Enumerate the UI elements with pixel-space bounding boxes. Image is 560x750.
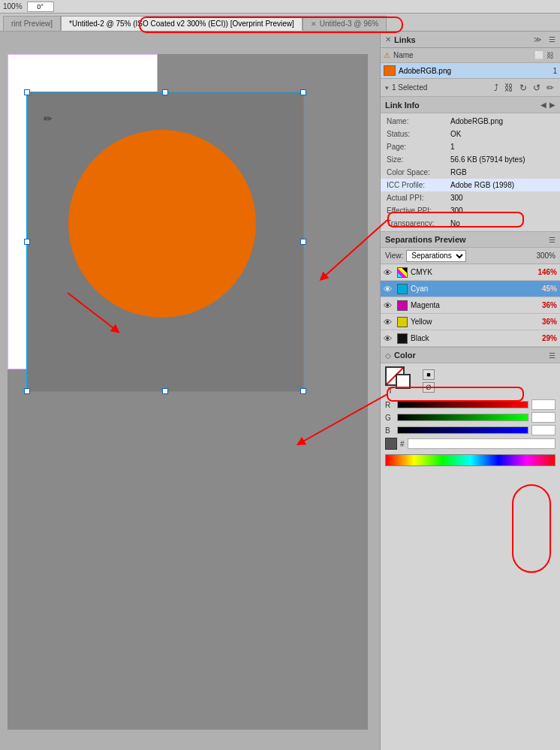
channel-label-r: R: [385, 401, 394, 409]
links-row-adobergb[interactable]: AdobeRGB.png 1: [381, 63, 560, 79]
hex-swatch[interactable]: [385, 438, 397, 450]
sep-swatch-black: [397, 333, 408, 344]
handle-bm[interactable]: [162, 388, 168, 394]
sep-swatch-yellow: [397, 317, 408, 327]
sep-pct-cmyk: 146%: [533, 268, 557, 276]
info-value-status: OK: [450, 128, 461, 140]
sep-pct-yellow: 36%: [533, 318, 557, 326]
sep-row-yellow[interactable]: 👁 Yellow 36%: [381, 314, 560, 330]
sep-row-cmyk[interactable]: 👁 CMYK 146%: [381, 264, 560, 281]
info-label-colorspace: Color Space:: [387, 167, 450, 178]
info-value-iccprofile: Adobe RGB (1998): [450, 179, 514, 191]
info-label-page: Page:: [387, 141, 450, 152]
info-row-size: Size: 56.6 KB (57914 bytes): [381, 153, 560, 166]
channel-row-g: G: [385, 412, 555, 423]
tab-overprint-preview[interactable]: rint Preview]: [3, 16, 61, 31]
links-col-name[interactable]: Name: [393, 51, 534, 59]
link-info-title: Link Info: [385, 101, 420, 110]
tab-untitled2[interactable]: *Untitled-2 @ 75% (ISO Coated v2 300% (E…: [61, 16, 303, 31]
links-toolbar-buttons: ⤴ ⛓ ↻ ↺ ✏: [492, 82, 555, 94]
info-label-name: Name:: [387, 116, 450, 127]
channel-input-r[interactable]: [531, 399, 555, 410]
send-to-icon[interactable]: ⤴: [492, 82, 500, 94]
color-panel-collapse[interactable]: ◇: [385, 351, 391, 360]
none-btn[interactable]: ∅: [423, 382, 435, 393]
unlink-icon[interactable]: ↻: [518, 82, 528, 94]
link-icon[interactable]: ⛓: [503, 82, 515, 94]
panel-close-icon[interactable]: ✕: [385, 35, 391, 44]
sep-eye-magenta[interactable]: 👁: [384, 301, 394, 310]
link-new-icon[interactable]: ⬜: [534, 51, 543, 59]
sep-view-select[interactable]: Separations: [406, 250, 466, 262]
handle-tl[interactable]: [24, 89, 30, 95]
sep-swatch-cyan: [397, 284, 408, 294]
info-label-iccprofile: ICC Profile:: [387, 179, 450, 191]
toolbar-item-angle: [27, 2, 54, 12]
handle-tr[interactable]: [300, 89, 306, 95]
sep-row-magenta[interactable]: 👁 Magenta 36%: [381, 297, 560, 314]
sep-eye-cmyk[interactable]: 👁: [384, 268, 394, 277]
link-chain-icon[interactable]: ⛓: [546, 51, 554, 59]
channel-label-g: G: [385, 414, 394, 422]
sep-rows: 👁 CMYK 146% 👁 Cyan 45% 👁 Magenta 36%: [381, 264, 560, 347]
channel-slider-g[interactable]: [397, 414, 528, 421]
sep-menu-icon[interactable]: ☰: [549, 236, 555, 244]
refresh-icon[interactable]: ↺: [531, 82, 542, 94]
main-canvas-area: ✏: [0, 32, 380, 750]
stroke-swatch[interactable]: [396, 374, 411, 389]
channel-input-g[interactable]: [531, 412, 555, 423]
color-menu-icon[interactable]: ☰: [549, 351, 555, 360]
info-label-size: Size:: [387, 154, 450, 165]
info-row-iccprofile: ICC Profile: Adobe RGB (1998): [381, 179, 560, 191]
channel-slider-r[interactable]: [397, 401, 528, 408]
hex-input[interactable]: [408, 438, 555, 449]
toolbar-item-zoom: 100%: [3, 2, 23, 11]
link-info-prev-icon[interactable]: ◀: [540, 101, 546, 109]
color-spectrum[interactable]: [385, 454, 555, 466]
sep-eye-black[interactable]: 👁: [384, 334, 394, 343]
sep-swatch-cmyk: [397, 267, 408, 278]
info-row-name: Name: AdobeRGB.png: [381, 115, 560, 128]
chevron-icon: ▾: [385, 84, 389, 92]
color-panel-title: Color: [394, 351, 416, 360]
channel-slider-b[interactable]: [397, 426, 528, 434]
handle-bl[interactable]: [24, 388, 30, 394]
links-row-thumbnail: [384, 65, 396, 76]
info-value-actualppi: 300: [450, 192, 463, 203]
sep-row-cyan[interactable]: 👁 Cyan 45%: [381, 281, 560, 297]
tab-label-overprint: rint Preview]: [11, 20, 53, 28]
top-toolbar: 100%: [0, 0, 560, 14]
sep-eye-cyan[interactable]: 👁: [384, 285, 394, 294]
sep-row-black[interactable]: 👁 Black 29%: [381, 330, 560, 347]
info-value-size: 56.6 KB (57914 bytes): [450, 154, 525, 165]
links-collapse-icon[interactable]: ≫: [531, 35, 544, 44]
sep-pct-black: 29%: [533, 334, 557, 342]
channel-input-b[interactable]: [531, 425, 555, 435]
info-row-colorspace: Color Space: RGB: [381, 166, 560, 179]
handle-br[interactable]: [300, 388, 306, 394]
link-info-panel: Link Info ◀ ▶ Name: AdobeRGB.png Status:…: [381, 97, 560, 231]
handle-mr[interactable]: [300, 239, 306, 245]
links-selected-label: ▾ 1 Selected: [385, 83, 427, 92]
sep-pct-label: 300%: [536, 252, 555, 260]
handle-tm[interactable]: [162, 89, 168, 95]
edit-icon[interactable]: ✏: [545, 82, 555, 94]
selected-object-rect[interactable]: [26, 92, 304, 392]
sep-view-row: View: Separations 300%: [381, 248, 560, 264]
info-label-status: Status:: [387, 128, 450, 140]
channel-row-r: R: [385, 399, 555, 410]
angle-input[interactable]: [27, 2, 54, 12]
handle-ml[interactable]: [24, 239, 30, 245]
tab-close-icon[interactable]: ✕: [311, 20, 317, 28]
info-value-transparency: No: [450, 218, 460, 229]
tab-label-untitled3: Untitled-3 @ 96%: [320, 20, 379, 28]
links-row-num: 1: [552, 67, 557, 75]
sep-name-magenta: Magenta: [411, 301, 530, 309]
color-panel-body: T ■ ∅ R G: [381, 363, 560, 469]
links-panel: ✕ Links ≫ ☰ ⚠ Name ⬜ ⛓ AdobeRGB.png 1: [381, 32, 560, 97]
link-info-next-icon[interactable]: ▶: [549, 101, 555, 109]
sep-eye-yellow[interactable]: 👁: [384, 318, 394, 327]
solid-color-btn[interactable]: ■: [423, 369, 435, 380]
links-menu-icon[interactable]: ☰: [549, 35, 555, 44]
tab-untitled3[interactable]: ✕ Untitled-3 @ 96%: [303, 16, 387, 31]
